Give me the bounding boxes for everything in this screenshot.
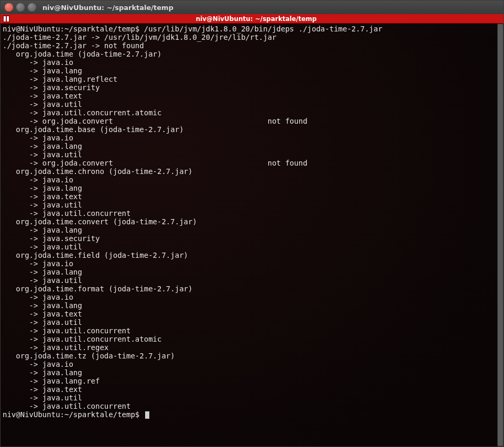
terminal-line: -> java.io [3, 259, 495, 268]
close-icon[interactable] [5, 3, 13, 12]
terminal-line: -> java.lang [3, 368, 495, 377]
terminal-line: -> java.util.concurrent [3, 209, 495, 217]
terminal-line: -> java.util [3, 150, 495, 159]
terminal-line: org.joda.time.base (joda-time-2.7.jar) [3, 125, 495, 134]
terminal-line: -> java.lang.reflect [3, 75, 495, 83]
terminal-line: ./joda-time-2.7.jar -> not found [3, 41, 495, 50]
terminal-line: org.joda.time.chrono (joda-time-2.7.jar) [3, 167, 495, 176]
terminal-prompt-line[interactable]: niv@NivUbuntu:~/sparktale/temp$ [3, 410, 495, 419]
tabbar-title: niv@NivUbuntu: ~/sparktale/temp [11, 15, 501, 23]
terminal-line: -> java.text [3, 310, 495, 318]
terminal-prompt-line: niv@NivUbuntu:~/sparktale/temp$ /usr/lib… [3, 25, 495, 33]
terminal-line: ./joda-time-2.7.jar -> /usr/lib/jvm/jdk1… [3, 33, 495, 41]
terminal-line: -> java.lang [3, 142, 495, 150]
terminal-line: -> java.util [3, 201, 495, 209]
terminal-line: -> java.lang [3, 184, 495, 192]
prompt-text: niv@NivUbuntu:~/sparktale/temp$ [3, 410, 144, 419]
terminal-line: -> java.util [3, 243, 495, 251]
svg-rect-1 [7, 16, 9, 21]
terminal-line: org.joda.time.convert (joda-time-2.7.jar… [3, 217, 495, 226]
terminal-line: -> java.text [3, 385, 495, 394]
window-title: niv@NivUbuntu: ~/sparktale/temp [42, 4, 173, 12]
terminal-line: -> java.security [3, 83, 495, 92]
terminal-line: org.joda.time (joda-time-2.7.jar) [3, 50, 495, 58]
terminal-line: -> java.util [3, 318, 495, 326]
terminal-line: -> java.util.concurrent [3, 326, 495, 335]
svg-rect-0 [4, 16, 6, 21]
terminal-line: org.joda.time.field (joda-time-2.7.jar) [3, 251, 495, 259]
terminal-line: -> java.security [3, 234, 495, 243]
terminal-output[interactable]: niv@NivUbuntu:~/sparktale/temp$ /usr/lib… [1, 24, 497, 446]
terminal-line: -> java.io [3, 176, 495, 184]
terminal-line: -> java.lang.ref [3, 377, 495, 385]
terminal-line: -> org.joda.convert not found [3, 117, 495, 125]
terminal-line: -> java.lang [3, 67, 495, 75]
terminal-tabbar: niv@NivUbuntu: ~/sparktale/temp [1, 14, 503, 24]
terminal-line: -> java.util.concurrent [3, 402, 495, 410]
terminal-line: -> java.util.regex [3, 343, 495, 352]
maximize-icon[interactable] [28, 3, 36, 12]
terminal-line: -> java.io [3, 134, 495, 142]
terminal-line: -> java.util [3, 100, 495, 108]
terminal-line: -> java.io [3, 360, 495, 368]
terminal-line: -> java.util.concurrent.atomic [3, 108, 495, 117]
terminal-line: -> java.util [3, 394, 495, 402]
terminal-line: -> java.util [3, 276, 495, 285]
terminal-line: -> java.text [3, 92, 495, 100]
terminal-line: -> java.text [3, 192, 495, 201]
terminal-line: -> org.joda.convert not found [3, 159, 495, 167]
terminal-line: -> java.io [3, 58, 495, 67]
terminal-line: org.joda.time.format (joda-time-2.7.jar) [3, 285, 495, 293]
cursor-icon [145, 411, 149, 419]
terminal-line: org.joda.time.tz (joda-time-2.7.jar) [3, 352, 495, 360]
scroll-thumb[interactable] [498, 24, 503, 446]
terminal-line: -> java.lang [3, 301, 495, 310]
scrollbar[interactable] [497, 24, 503, 446]
terminal-line: -> java.lang [3, 268, 495, 276]
terminal-line: -> java.lang [3, 226, 495, 234]
terminal-line: -> java.io [3, 293, 495, 301]
terminal-window: niv@NivUbuntu: ~/sparktale/temp niv@NivU… [0, 0, 504, 447]
window-titlebar: niv@NivUbuntu: ~/sparktale/temp [1, 1, 503, 14]
terminal-body: niv@NivUbuntu:~/sparktale/temp$ /usr/lib… [1, 24, 503, 446]
minimize-icon[interactable] [16, 3, 25, 12]
terminal-line: -> java.util.concurrent.atomic [3, 335, 495, 343]
split-icon[interactable] [3, 15, 10, 23]
